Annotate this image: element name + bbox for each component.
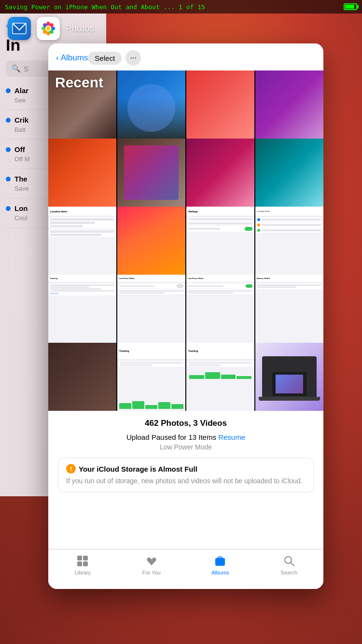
photo-cell[interactable] xyxy=(48,343,116,411)
status-right xyxy=(344,3,357,10)
albums-back-button[interactable]: ‹ Albums xyxy=(56,53,88,63)
unread-dot xyxy=(6,88,11,93)
photos-grid-area: Recent xyxy=(48,70,323,411)
tab-albums[interactable]: Albums xyxy=(186,554,255,575)
photos-app-name: Photos xyxy=(66,23,94,34)
select-button[interactable]: Select xyxy=(88,52,122,65)
photos-navigation-bar: ‹ Albums Select ··· xyxy=(48,43,323,70)
photos-count: 462 Photos, 3 Videos xyxy=(58,419,314,428)
photo-cell[interactable]: Battery Health xyxy=(255,275,323,343)
photo-cell[interactable]: Tracking xyxy=(117,343,185,411)
svg-rect-16 xyxy=(215,558,225,566)
storage-warning-box: ! Your iCloud Storage is Almost Full If … xyxy=(58,458,314,492)
photo-cell[interactable]: Location Items xyxy=(255,207,323,275)
photo-cell[interactable]: Tracking Power Saver xyxy=(48,275,116,343)
svg-rect-15 xyxy=(83,561,88,566)
svg-rect-18 xyxy=(219,556,222,557)
search-tab-icon xyxy=(282,554,296,568)
unread-dot xyxy=(6,206,11,211)
more-button[interactable]: ··· xyxy=(125,50,141,66)
tab-search-label: Search xyxy=(280,570,297,575)
for-you-icon xyxy=(145,554,158,568)
storage-warning-text: If you run out of storage, new photos an… xyxy=(66,476,306,486)
photos-flower-icon xyxy=(41,21,56,36)
albums-icon xyxy=(213,554,227,568)
photo-cell[interactable] xyxy=(117,70,185,139)
tab-library-label: Library xyxy=(74,570,91,575)
photo-cell[interactable]: Settings xyxy=(186,207,254,275)
photo-cell[interactable]: Location Items xyxy=(48,207,116,275)
storage-warning-title-text: Your iCloud Storage is Almost Full xyxy=(79,465,197,473)
unread-dot xyxy=(6,147,11,152)
photo-cell[interactable]: Low Power Mode xyxy=(186,275,254,343)
photos-app-icon[interactable] xyxy=(37,17,60,40)
library-icon xyxy=(76,554,89,568)
mail-search-icon: 🔍 xyxy=(12,64,21,73)
photo-cell[interactable] xyxy=(48,139,116,207)
app-switcher-header: Photos xyxy=(0,14,362,43)
mail-icon xyxy=(12,23,27,34)
photo-cell[interactable]: Tracking xyxy=(186,343,254,411)
tab-library[interactable]: Library xyxy=(48,554,117,575)
photo-cell[interactable]: Low Power Mode xyxy=(117,275,185,343)
photos-header-right: Select ··· xyxy=(88,50,141,66)
battery-icon xyxy=(344,3,357,10)
photo-row-5: Tracking xyxy=(48,343,323,411)
photo-cell[interactable] xyxy=(255,70,323,139)
tab-search[interactable]: Search xyxy=(255,554,324,575)
low-power-notice: Low Power Mode xyxy=(58,443,314,451)
album-title: Recent xyxy=(55,74,103,91)
svg-rect-13 xyxy=(83,556,88,560)
resume-link[interactable]: Resume xyxy=(218,433,245,441)
svg-line-20 xyxy=(291,563,294,566)
photo-cell[interactable] xyxy=(255,139,323,207)
svg-rect-14 xyxy=(77,561,82,566)
mail-app-icon[interactable] xyxy=(8,17,31,40)
photo-cell[interactable] xyxy=(186,139,254,207)
status-bar: Saving Power on iPhone When Out and Abou… xyxy=(0,0,362,14)
photo-cell[interactable] xyxy=(117,139,185,207)
tab-for-you-label: For You xyxy=(142,570,161,575)
unread-dot xyxy=(6,177,11,182)
tab-albums-label: Albums xyxy=(211,570,229,575)
photo-row-2 xyxy=(48,139,323,207)
svg-rect-12 xyxy=(77,556,82,560)
tab-for-you[interactable]: For You xyxy=(117,554,186,575)
unread-dot xyxy=(6,118,11,123)
photo-cell[interactable] xyxy=(255,343,323,411)
photo-cell[interactable] xyxy=(186,70,254,139)
photo-row-4: Tracking Power Saver xyxy=(48,275,323,343)
warning-icon: ! xyxy=(66,464,76,474)
photo-cell[interactable] xyxy=(117,207,185,275)
photos-tab-bar: Library For You Albums xyxy=(48,549,323,589)
upload-status: Upload Paused for 13 Items Resume xyxy=(58,433,314,441)
photos-app-card: ‹ Albums Select ··· Recent xyxy=(48,43,323,589)
status-title: Saving Power on iPhone When Out and Abou… xyxy=(5,3,205,11)
svg-point-11 xyxy=(46,27,51,31)
photo-row-3: Location Items xyxy=(48,207,323,275)
photos-info-section: 462 Photos, 3 Videos Upload Paused for 1… xyxy=(48,411,323,500)
